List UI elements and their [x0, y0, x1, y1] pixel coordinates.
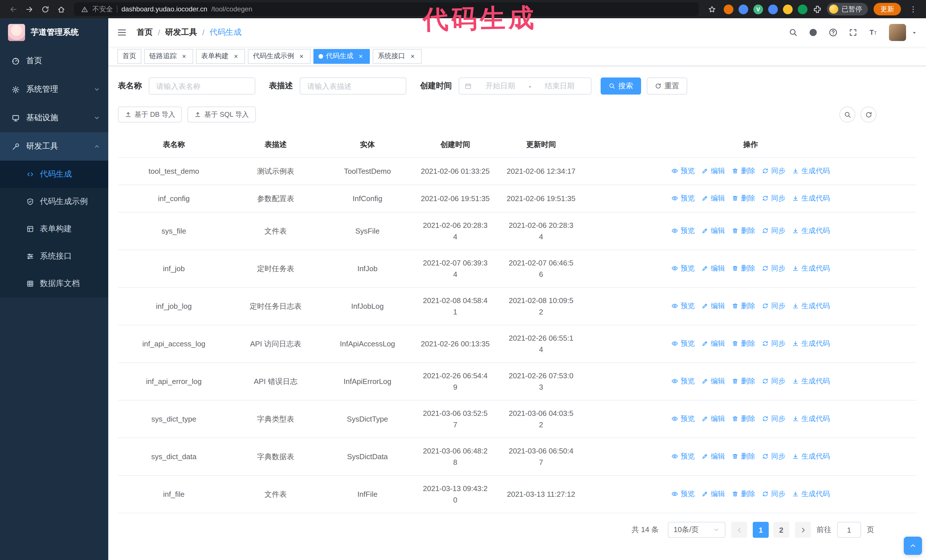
page-size-select[interactable]: 10条/页: [668, 522, 725, 538]
sidebar-subitem-db-doc[interactable]: 数据库文档: [0, 270, 108, 297]
row-action-sync[interactable]: 同步: [762, 225, 785, 236]
sidebar-subitem-system-api[interactable]: 系统接口: [0, 243, 108, 270]
row-action-preview[interactable]: 预览: [672, 165, 695, 176]
sidebar-item-devtools[interactable]: 研发工具: [0, 132, 108, 161]
row-action-delete[interactable]: 删除: [732, 262, 755, 274]
header-search-icon[interactable]: [786, 25, 800, 40]
row-action-sync[interactable]: 同步: [762, 338, 785, 349]
row-action-preview[interactable]: 预览: [672, 262, 695, 274]
row-action-edit[interactable]: 编辑: [702, 488, 725, 499]
row-action-edit[interactable]: 编辑: [702, 165, 725, 176]
row-action-delete[interactable]: 删除: [732, 488, 755, 499]
row-action-sync[interactable]: 同步: [762, 192, 785, 204]
row-action-generate[interactable]: 生成代码: [792, 488, 830, 499]
row-action-delete[interactable]: 删除: [732, 413, 755, 424]
row-action-preview[interactable]: 预览: [672, 375, 695, 386]
menu-fold-icon[interactable]: [117, 27, 127, 38]
row-action-edit[interactable]: 编辑: [702, 375, 725, 386]
tab-system-api[interactable]: 系统接口×: [373, 49, 422, 63]
browser-home-icon[interactable]: [54, 2, 68, 17]
profile-paused-badge[interactable]: 已暂停: [827, 3, 868, 15]
extension-vue-devtools[interactable]: V: [754, 4, 763, 14]
row-action-edit[interactable]: 编辑: [702, 300, 725, 311]
backtop-button[interactable]: [904, 537, 922, 555]
extension-green[interactable]: [798, 4, 808, 14]
row-action-generate[interactable]: 生成代码: [792, 165, 830, 176]
logo[interactable]: 芋道管理系统: [0, 18, 108, 47]
row-action-delete[interactable]: 删除: [732, 338, 755, 349]
reload-icon[interactable]: [38, 2, 53, 17]
row-action-preview[interactable]: 预览: [672, 225, 695, 236]
row-action-sync[interactable]: 同步: [762, 413, 785, 424]
table-desc-input[interactable]: [300, 77, 406, 95]
row-action-generate[interactable]: 生成代码: [792, 450, 830, 462]
fullscreen-icon[interactable]: [846, 25, 861, 40]
prev-page-button[interactable]: [731, 522, 747, 538]
url-bar[interactable]: 不安全 dashboard.yudao.iocoder.cn/tool/code…: [74, 2, 699, 16]
sidebar-subitem-codegen-example[interactable]: 代码生成示例: [0, 188, 108, 215]
row-action-edit[interactable]: 编辑: [702, 413, 725, 424]
extension-yellow[interactable]: [783, 4, 793, 14]
tab-close-icon[interactable]: ×: [298, 52, 306, 60]
kebab-menu-icon[interactable]: [905, 2, 920, 17]
update-button[interactable]: 更新: [873, 3, 901, 15]
extension-orange[interactable]: [724, 4, 733, 14]
row-action-sync[interactable]: 同步: [762, 488, 785, 499]
page-button-2[interactable]: 2: [773, 522, 789, 538]
sidebar-item-home[interactable]: 首页: [0, 47, 108, 75]
tab-tracer[interactable]: 链路追踪×: [144, 49, 193, 63]
row-action-preview[interactable]: 预览: [672, 300, 695, 311]
row-action-sync[interactable]: 同步: [762, 450, 785, 462]
row-action-delete[interactable]: 删除: [732, 192, 755, 204]
row-action-edit[interactable]: 编辑: [702, 225, 725, 236]
tab-close-icon[interactable]: ×: [357, 52, 365, 60]
next-page-button[interactable]: [795, 522, 811, 538]
reset-button[interactable]: 重置: [647, 77, 687, 95]
extensions-menu[interactable]: [813, 4, 822, 14]
tab-codegen-example[interactable]: 代码生成示例×: [248, 49, 310, 63]
row-action-preview[interactable]: 预览: [672, 192, 695, 204]
import-db-button[interactable]: 基于 DB 导入: [118, 107, 182, 122]
forward-icon[interactable]: [22, 2, 36, 17]
github-icon[interactable]: [806, 25, 820, 40]
page-button-1[interactable]: 1: [753, 522, 769, 538]
row-action-preview[interactable]: 预览: [672, 338, 695, 349]
sidebar-subitem-form-builder[interactable]: 表单构建: [0, 215, 108, 243]
row-action-generate[interactable]: 生成代码: [792, 262, 830, 274]
import-sql-button[interactable]: 基于 SQL 导入: [188, 107, 256, 122]
row-action-sync[interactable]: 同步: [762, 262, 785, 274]
date-range-picker[interactable]: 开始日期 - 结束日期: [459, 77, 592, 95]
caret-down-icon[interactable]: [911, 29, 917, 36]
font-size-icon[interactable]: TT: [865, 25, 881, 40]
tab-form-builder[interactable]: 表单构建×: [196, 49, 245, 63]
tab-close-icon[interactable]: ×: [232, 52, 240, 60]
row-action-edit[interactable]: 编辑: [702, 338, 725, 349]
row-action-preview[interactable]: 预览: [672, 488, 695, 499]
toggle-search-button[interactable]: [840, 107, 855, 122]
row-action-edit[interactable]: 编辑: [702, 262, 725, 274]
row-action-generate[interactable]: 生成代码: [792, 225, 830, 236]
table-name-input[interactable]: [149, 77, 255, 95]
row-action-delete[interactable]: 删除: [732, 225, 755, 236]
refresh-table-button[interactable]: [861, 107, 876, 122]
row-action-sync[interactable]: 同步: [762, 165, 785, 176]
row-action-generate[interactable]: 生成代码: [792, 300, 830, 311]
breadcrumb-devtools[interactable]: 研发工具: [165, 27, 197, 38]
sidebar-item-system[interactable]: 系统管理: [0, 75, 108, 104]
bookmark-star-icon[interactable]: [704, 2, 719, 17]
row-action-delete[interactable]: 删除: [732, 165, 755, 176]
user-avatar[interactable]: [889, 24, 906, 41]
goto-page-input[interactable]: [837, 522, 861, 538]
row-action-preview[interactable]: 预览: [672, 413, 695, 424]
back-icon[interactable]: [6, 2, 21, 17]
extension-blue-people[interactable]: [768, 4, 778, 14]
search-button[interactable]: 搜索: [601, 77, 641, 95]
row-action-delete[interactable]: 删除: [732, 300, 755, 311]
help-icon[interactable]: [826, 25, 841, 40]
extension-blue[interactable]: [738, 4, 748, 14]
row-action-delete[interactable]: 删除: [732, 375, 755, 386]
row-action-generate[interactable]: 生成代码: [792, 413, 830, 424]
sidebar-item-infra[interactable]: 基础设施: [0, 104, 108, 132]
row-action-preview[interactable]: 预览: [672, 450, 695, 462]
breadcrumb-home[interactable]: 首页: [137, 27, 153, 38]
